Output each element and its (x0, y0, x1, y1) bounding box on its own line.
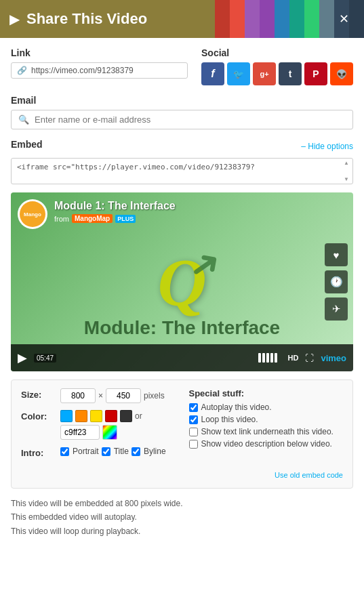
pinterest-icon: P (312, 68, 319, 79)
plus-badge: PLUS (115, 215, 136, 223)
title-label: Title (114, 447, 129, 456)
scroll-up-arrow[interactable]: ▲ (344, 160, 349, 166)
byline-label: Byline (144, 447, 166, 456)
progress-bar (258, 353, 277, 363)
tumblr-icon: t (289, 68, 292, 79)
show-desc-row[interactable]: Show video description below video. (189, 439, 344, 449)
channel-logo-inner: Mango (20, 201, 45, 227)
byline-check-label[interactable]: Byline (132, 447, 166, 456)
video-actions: ♥ 🕐 ✈ (325, 243, 348, 321)
header: ▶ Share This Video ✕ (0, 0, 364, 38)
swatch-yellow[interactable] (90, 410, 102, 422)
autoplay-checkbox[interactable] (189, 403, 198, 412)
intro-controls: Portrait Title Byline (60, 447, 166, 459)
loop-checkbox[interactable] (189, 415, 198, 424)
show-desc-checkbox[interactable] (189, 440, 198, 449)
info-line-1: This video will be embedded at 800 pixel… (11, 497, 353, 510)
portrait-check-label[interactable]: Portrait (60, 447, 99, 456)
close-button[interactable]: ✕ (333, 9, 355, 29)
reddit-button[interactable]: 👽 (330, 62, 353, 85)
byline-checkbox[interactable] (132, 447, 140, 456)
autoplay-label: Autoplay this video. (201, 403, 272, 412)
social-section: Social f 🐦 g+ t P 👽 (201, 47, 353, 85)
title-checkbox[interactable] (102, 447, 110, 456)
size-row: Size: × pixels (21, 388, 176, 403)
swatch-blue[interactable] (60, 410, 73, 422)
like-button[interactable]: ♥ (325, 243, 348, 266)
embed-scrollbar[interactable]: ▲ ▼ (342, 160, 351, 182)
info-line-3: This video will loop during playback. (11, 524, 353, 538)
show-desc-label: Show video description below video. (201, 439, 332, 449)
watchlater-button[interactable]: 🕐 (325, 270, 348, 293)
swatch-red[interactable] (105, 410, 117, 422)
video-bottom-bar: ▶ 05:47 HD ⛶ vimeo (11, 344, 353, 371)
size-controls: × pixels (60, 388, 165, 403)
portrait-checkbox[interactable] (60, 447, 69, 456)
email-input[interactable] (35, 115, 346, 125)
show-text-row[interactable]: Show text link underneath this video. (189, 427, 344, 436)
link-label: Link (11, 47, 188, 58)
google-plus-button[interactable]: g+ (253, 62, 276, 85)
video-title: Module 1: The Interface (54, 199, 176, 212)
google-plus-icon: g+ (260, 70, 268, 78)
loop-row[interactable]: Loop this video. (189, 415, 344, 424)
height-input[interactable] (106, 388, 141, 403)
width-input[interactable] (60, 388, 96, 403)
info-line-2: This embedded video will autoplay. (11, 510, 353, 524)
play-icon: ▶ (9, 11, 20, 27)
color-row: Color: or (21, 410, 176, 440)
autoplay-row[interactable]: Autoplay this video. (189, 403, 344, 412)
twitter-button[interactable]: 🐦 (227, 62, 250, 85)
twitter-icon: 🐦 (233, 69, 244, 79)
video-overlay-top: Mango Module 1: The Interface from Mango… (11, 192, 353, 236)
embed-options-panel: Size: × pixels Color: (11, 379, 353, 489)
embed-code-textarea[interactable]: <iframe src="https://player.vimeo.com/vi… (12, 159, 352, 182)
pixels-label: pixels (144, 391, 165, 400)
link-section: Link 🔗 (11, 47, 188, 85)
facebook-button[interactable]: f (201, 62, 224, 85)
link-social-row: Link 🔗 Social f 🐦 g+ t (11, 47, 353, 85)
header-title: Share This Video (26, 10, 147, 28)
scroll-down-arrow[interactable]: ▼ (344, 176, 349, 182)
email-input-wrap: 🔍 (11, 110, 353, 129)
title-check-label[interactable]: Title (102, 447, 129, 456)
embed-label: Embed (11, 139, 43, 150)
play-pause-button[interactable]: ▶ (18, 350, 27, 365)
special-stuff-label: Special stuff: (189, 388, 344, 398)
use-old-link-row: Use old embed code (21, 470, 343, 480)
video-from-row: from MangoMap PLUS (54, 214, 176, 223)
swatch-orange[interactable] (75, 410, 87, 422)
loop-label: Loop this video. (201, 415, 258, 424)
show-text-label: Show text link underneath this video. (201, 427, 333, 436)
hide-options-link[interactable]: – Hide options (301, 142, 353, 151)
fullscreen-button[interactable]: ⛶ (305, 353, 314, 363)
pinterest-button[interactable]: P (304, 62, 327, 85)
color-label: Color: (21, 410, 55, 421)
share-button[interactable]: ✈ (325, 297, 348, 321)
social-label: Social (201, 47, 353, 58)
color-or: or (135, 411, 142, 421)
use-old-embed-link[interactable]: Use old embed code (275, 471, 343, 479)
video-module-text: Module: The Interface (11, 317, 353, 339)
link-url-input[interactable] (31, 66, 182, 75)
embed-header: Embed – Hide options (11, 139, 353, 154)
content-area: Link 🔗 Social f 🐦 g+ t (0, 38, 364, 548)
hd-badge: HD (288, 354, 299, 362)
color-hex-input[interactable] (60, 425, 100, 440)
channel-logo: Mango (18, 199, 47, 229)
swatch-dark[interactable] (120, 410, 132, 422)
link-input-wrap: 🔗 (11, 62, 188, 79)
embed-textarea-wrap: <iframe src="https://player.vimeo.com/vi… (11, 158, 353, 184)
show-text-checkbox[interactable] (189, 428, 198, 436)
email-label: Email (11, 95, 353, 106)
color-picker-button[interactable] (102, 425, 117, 440)
social-icons-row: f 🐦 g+ t P 👽 (201, 62, 353, 85)
special-col: Special stuff: Autoplay this video. Loop… (189, 388, 344, 466)
portrait-label: Portrait (73, 447, 99, 456)
options-top-row: Size: × pixels Color: (21, 388, 343, 466)
embed-section: Embed – Hide options <iframe src="https:… (11, 139, 353, 184)
video-title-block: Module 1: The Interface from MangoMap PL… (54, 199, 176, 223)
reddit-icon: 👽 (336, 69, 347, 79)
from-label: from (54, 215, 69, 223)
tumblr-button[interactable]: t (279, 62, 302, 85)
